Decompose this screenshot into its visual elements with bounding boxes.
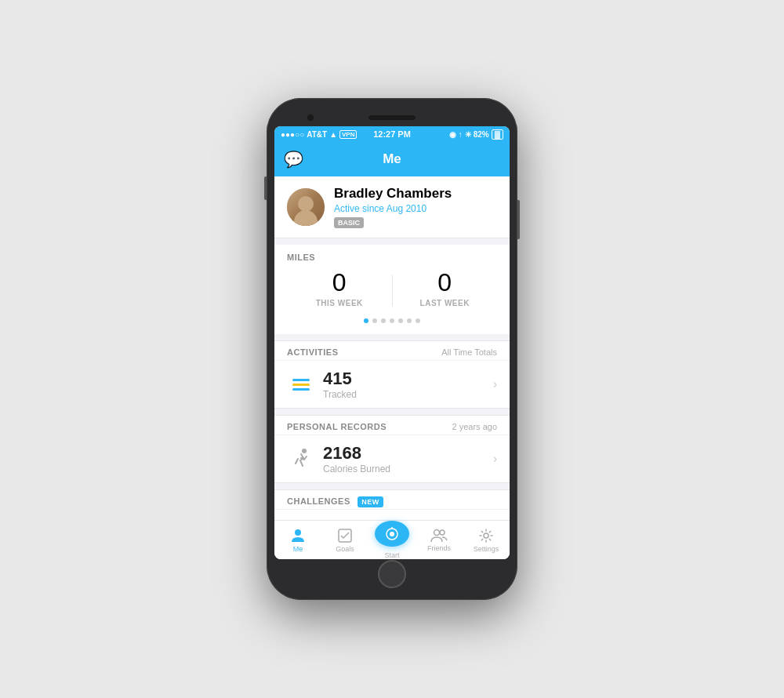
- front-camera: [307, 115, 314, 121]
- svg-point-3: [295, 529, 301, 536]
- avatar-image: [287, 188, 325, 226]
- location-icon: ◉: [449, 130, 456, 139]
- personal-records-section: PERSONAL RECORDS 2 years ago 2168 Calori…: [274, 415, 510, 483]
- status-left: ●●●○○ AT&T ▲ VPN: [281, 130, 357, 139]
- activities-sublabel: Tracked: [323, 389, 493, 400]
- dot-2: [372, 318, 377, 323]
- header-title: Me: [383, 151, 401, 167]
- status-right: ◉ ↑ ✳ 82% ▓: [449, 129, 503, 140]
- svg-point-8: [434, 529, 440, 535]
- challenges-header: CHALLENGES NEW: [274, 490, 510, 509]
- line-3: [292, 388, 310, 391]
- dot-4: [390, 318, 394, 323]
- this-week-value: 0: [287, 268, 392, 297]
- settings-icon: [478, 528, 494, 543]
- tab-settings[interactable]: Settings: [463, 521, 510, 559]
- new-badge: NEW: [358, 496, 383, 507]
- tab-me[interactable]: Me: [274, 521, 321, 559]
- power-button: [517, 200, 520, 239]
- miles-stats: 0 THIS WEEK 0 LAST WEEK: [287, 268, 497, 314]
- challenges-item[interactable]: No Challenges Check back later ›: [274, 509, 510, 520]
- profile-badge: BASIC: [334, 217, 364, 228]
- activities-content: 415 Tracked: [323, 369, 493, 400]
- status-bar: ●●●○○ AT&T ▲ VPN 12:27 PM ◉ ↑ ✳ 82% ▓: [274, 126, 510, 142]
- dot-3: [381, 318, 386, 323]
- tab-goals-label: Goals: [336, 545, 354, 553]
- challenges-section: CHALLENGES NEW No Challenges Check back …: [274, 489, 510, 520]
- battery-icon: ▓: [492, 129, 503, 140]
- friends-icon: [430, 529, 448, 543]
- miles-section-label: MILES: [287, 253, 497, 262]
- this-week-stat: 0 THIS WEEK: [287, 268, 392, 314]
- chat-icon[interactable]: 💬: [284, 150, 303, 169]
- page-dots: [287, 314, 497, 331]
- carrier-label: AT&T: [307, 130, 327, 139]
- tab-friends-label: Friends: [427, 544, 451, 552]
- miles-section: MILES 0 THIS WEEK 0 LAST WEEK: [274, 245, 510, 334]
- phone-top: [274, 109, 510, 126]
- phone-bottom: [274, 559, 510, 589]
- last-week-stat: 0 LAST WEEK: [393, 268, 498, 314]
- activities-header: ACTIVITIES All Time Totals: [274, 341, 510, 360]
- tab-bar: Me Goals Start: [274, 520, 510, 559]
- dot-7: [416, 318, 420, 323]
- battery-label: 82%: [474, 130, 489, 139]
- profile-name: Bradley Chambers: [334, 186, 497, 202]
- tab-start[interactable]: Start: [368, 521, 416, 559]
- activities-icon: [287, 370, 315, 398]
- vpn-label: VPN: [339, 130, 357, 139]
- activity-lines-icon: [292, 379, 310, 391]
- personal-records-content: 2168 Calories Burned: [323, 443, 493, 474]
- tab-start-label: Start: [384, 551, 399, 559]
- personal-records-number: 2168: [323, 443, 493, 464]
- tab-goals[interactable]: Goals: [321, 521, 368, 559]
- tab-settings-label: Settings: [474, 545, 499, 553]
- this-week-label: THIS WEEK: [287, 299, 392, 307]
- phone-frame: ●●●○○ AT&T ▲ VPN 12:27 PM ◉ ↑ ✳ 82% ▓ 💬 …: [267, 98, 517, 600]
- svg-point-9: [440, 530, 445, 535]
- personal-records-chevron: ›: [493, 452, 497, 466]
- tab-friends[interactable]: Friends: [416, 521, 463, 559]
- wifi-icon: ▲: [329, 130, 337, 139]
- line-1: [292, 379, 310, 381]
- activities-number: 415: [323, 369, 493, 389]
- line-2: [292, 384, 310, 386]
- activities-item[interactable]: 415 Tracked ›: [274, 360, 510, 408]
- signal-dots: ●●●○○: [281, 130, 304, 139]
- svg-point-0: [302, 449, 307, 453]
- svg-point-6: [390, 532, 394, 536]
- start-icon: [385, 527, 399, 541]
- profile-section: Bradley Chambers Active since Aug 2010 B…: [274, 176, 510, 238]
- last-week-label: LAST WEEK: [393, 299, 498, 307]
- dot-6: [407, 318, 412, 323]
- personal-records-sublabel: Calories Burned: [323, 464, 493, 474]
- profile-info: Bradley Chambers Active since Aug 2010 B…: [334, 186, 497, 228]
- app-header: 💬 Me: [274, 142, 510, 176]
- last-week-value: 0: [393, 268, 498, 297]
- start-button[interactable]: [375, 521, 409, 547]
- runner-icon: [290, 448, 312, 470]
- scroll-content[interactable]: Bradley Chambers Active since Aug 2010 B…: [274, 176, 510, 520]
- svg-point-10: [484, 533, 488, 538]
- personal-records-header: PERSONAL RECORDS 2 years ago: [274, 416, 510, 434]
- volume-button: [264, 176, 267, 200]
- checkmark-icon: [337, 528, 353, 543]
- activities-meta: All Time Totals: [441, 347, 497, 357]
- home-button[interactable]: [378, 560, 406, 588]
- speaker: [368, 115, 416, 120]
- activities-label: ACTIVITIES: [287, 347, 339, 357]
- person-icon: [290, 528, 306, 543]
- tab-me-label: Me: [293, 545, 303, 553]
- dot-1: [364, 318, 368, 323]
- personal-records-icon: [287, 445, 315, 473]
- activities-section: ACTIVITIES All Time Totals 415 Tracked: [274, 340, 510, 409]
- phone-screen: ●●●○○ AT&T ▲ VPN 12:27 PM ◉ ↑ ✳ 82% ▓ 💬 …: [274, 126, 510, 559]
- personal-records-label: PERSONAL RECORDS: [287, 422, 387, 431]
- challenges-label: CHALLENGES NEW: [287, 496, 383, 506]
- personal-records-item[interactable]: 2168 Calories Burned ›: [274, 434, 510, 482]
- profile-since: Active since Aug 2010: [334, 203, 497, 214]
- bluetooth-icon: ✳: [465, 130, 471, 139]
- avatar: [287, 188, 325, 226]
- activities-chevron: ›: [493, 377, 497, 391]
- dot-5: [398, 318, 403, 323]
